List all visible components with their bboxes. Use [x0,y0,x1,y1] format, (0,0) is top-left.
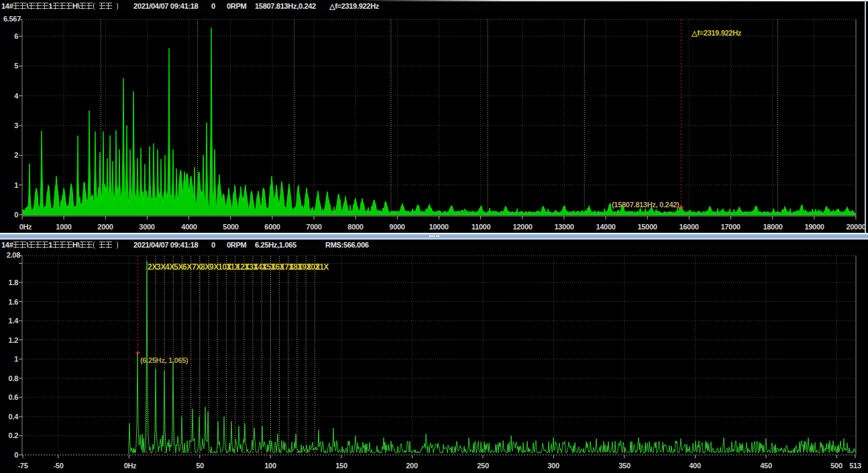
svg-text:7000: 7000 [306,223,321,231]
svg-text:21X: 21X [315,262,329,272]
svg-text:19000: 19000 [804,223,824,231]
svg-text:1: 1 [14,355,18,363]
svg-text:513: 513 [849,462,861,470]
svg-text:0Hz: 0Hz [19,223,32,231]
svg-text:0.8: 0.8 [9,374,19,382]
svg-text:100: 100 [264,462,276,470]
svg-text:2000: 2000 [97,223,113,231]
svg-text:300: 300 [547,462,559,470]
svg-text:-75: -75 [18,462,28,470]
svg-text:1.4: 1.4 [9,317,19,325]
svg-text:1: 1 [14,181,18,189]
svg-text:1000: 1000 [56,223,71,231]
svg-text:3000: 3000 [139,223,154,231]
svg-text:17000: 17000 [720,223,740,231]
svg-text:350: 350 [618,462,631,470]
svg-text:400: 400 [689,462,701,470]
svg-text:0: 0 [14,211,18,219]
svg-text:6000: 6000 [264,223,280,231]
svg-text:6: 6 [14,32,18,40]
svg-text:20000: 20000 [846,223,865,231]
svg-text:(6.25Hz, 1.065): (6.25Hz, 1.065) [140,356,188,364]
svg-text:2: 2 [14,151,18,159]
svg-text:4000: 4000 [181,223,197,231]
svg-text:△f=2319.922Hz: △f=2319.922Hz [691,29,742,37]
svg-text:9000: 9000 [389,223,404,231]
svg-text:4: 4 [14,92,19,100]
svg-text:8000: 8000 [347,223,363,231]
svg-text:0.6: 0.6 [9,393,19,401]
svg-text:1.2: 1.2 [9,336,19,344]
svg-text:6X: 6X [182,262,192,272]
svg-text:16000: 16000 [679,223,698,231]
svg-text:12000: 12000 [512,223,532,231]
svg-text:500: 500 [830,462,843,470]
svg-text:1.6: 1.6 [9,298,19,306]
svg-text:5: 5 [14,62,18,70]
svg-text:0.2: 0.2 [9,431,19,439]
svg-text:(15807.813Hz, 0.242): (15807.813Hz, 0.242) [612,201,680,209]
svg-text:250: 250 [477,462,489,470]
svg-text:150: 150 [335,462,347,470]
svg-text:50: 50 [196,462,204,470]
svg-text:0: 0 [14,451,18,459]
svg-text:15000: 15000 [637,223,657,231]
svg-text:6.567: 6.567 [3,15,21,23]
svg-text:450: 450 [760,462,772,470]
svg-text:10000: 10000 [429,223,448,231]
svg-text:3: 3 [14,121,18,129]
svg-text:11000: 11000 [472,223,491,231]
svg-text:1.8: 1.8 [9,278,19,286]
svg-text:0.4: 0.4 [9,413,19,421]
svg-text:200: 200 [406,462,418,470]
svg-text:-50: -50 [54,462,64,470]
svg-text:14000: 14000 [596,223,615,231]
svg-text:0Hz: 0Hz [124,462,137,470]
svg-text:18000: 18000 [763,223,782,231]
svg-text:5000: 5000 [223,223,238,231]
svg-text:13000: 13000 [554,223,574,231]
svg-text:2.08: 2.08 [7,251,20,259]
